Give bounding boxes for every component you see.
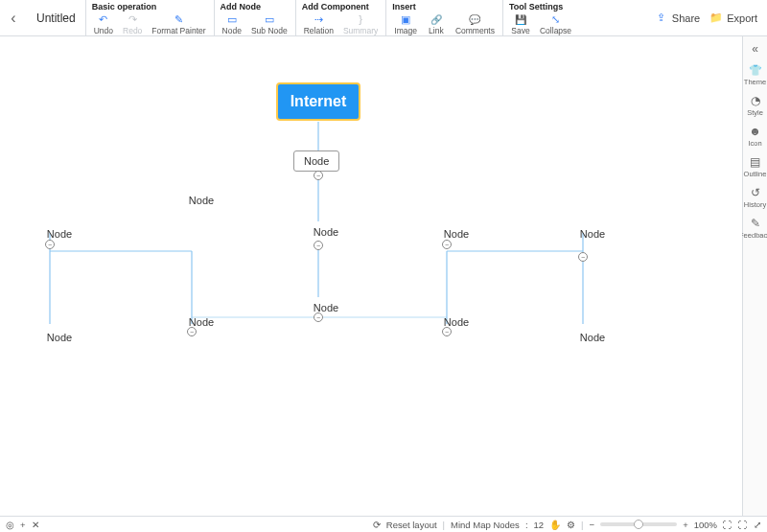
recenter-button[interactable] [6,520,14,530]
pan-mode-button[interactable] [549,520,561,530]
format-painter-button[interactable]: Format Painter [150,12,207,35]
child-node[interactable]: Node [305,297,347,318]
collapse-toggle[interactable]: − [314,241,323,250]
history-icon [751,186,760,199]
save-icon [515,12,526,26]
panel-outline[interactable]: Outline [744,155,767,178]
style-label: Style [747,108,763,117]
image-icon [401,12,410,26]
collapse-toggle[interactable]: − [314,312,323,322]
panel-feedback[interactable]: Feedback [739,217,767,240]
export-icon [709,12,723,25]
toolbar-groups: Basic operation Undo Redo Format Painter… [85,0,579,35]
panel-style[interactable]: Style [747,94,763,117]
zoom-in-button[interactable]: + [683,520,688,530]
fit-width-button[interactable] [738,520,748,530]
node-label: Node [304,155,329,167]
summary-icon [359,12,362,26]
node-label: Node [47,332,72,343]
collapse-label: Collapse [540,26,571,35]
back-button[interactable] [0,0,27,35]
nodes-count-label: Mind Map Nodes [451,520,520,530]
leaf-node[interactable]: Node [180,190,222,211]
link-icon [430,12,442,26]
group-title: Basic operation [92,2,208,12]
share-icon [655,12,668,25]
mindmap-canvas[interactable]: Internet Node − Node − Node − Node − Nod… [0,36,742,516]
panel-icon[interactable]: Icon [748,125,761,148]
group-add-node: Add Node Node Sub Node [214,0,295,35]
insert-image-button[interactable]: Image [392,12,419,35]
collapse-toggle[interactable]: − [187,327,197,336]
insert-comment-button[interactable]: Comments [453,12,497,35]
leaf-node[interactable]: Node [571,223,614,244]
outline-icon [750,155,760,169]
history-label: History [744,200,766,209]
node-label: Node [580,228,605,240]
feedback-icon [751,217,760,230]
insert-link-button[interactable]: Link [425,12,448,35]
node-label: Node [222,26,242,35]
add-node-button[interactable]: Node [221,12,244,35]
export-label: Export [727,12,757,24]
add-subnode-button[interactable]: Sub Node [249,12,290,35]
redo-label: Redo [123,26,142,35]
comment-icon [469,12,480,26]
summary-button[interactable]: Summary [341,12,380,35]
close-page-button[interactable] [32,520,39,530]
zoom-thumb[interactable] [634,520,643,529]
add-page-button[interactable] [20,520,26,530]
group-basic-operation: Basic operation Undo Redo Format Painter [85,0,214,35]
collapse-toggle[interactable]: − [314,171,323,180]
share-label: Share [672,12,700,24]
summary-label: Summary [343,26,378,35]
fit-page-button[interactable] [723,520,732,530]
smile-icon [749,125,761,138]
fullscreen-button[interactable] [754,520,761,530]
chevron-left-icon [11,10,15,27]
collapse-button[interactable]: Collapse [538,12,573,35]
reset-layout-button[interactable]: Reset layout [386,520,437,530]
format-painter-label: Format Painter [151,26,205,35]
collapse-icon [551,12,560,26]
document-title[interactable]: Untitled [27,0,85,35]
group-title: Add Component [302,2,381,12]
right-panel: « Theme Style Icon Outline History Feedb… [742,36,767,516]
collapse-toggle[interactable]: − [442,327,452,336]
leaf-node[interactable]: Node [571,327,614,348]
leaf-node[interactable]: Node [38,327,81,348]
link-label: Link [429,26,444,35]
node-icon [227,12,237,26]
share-button[interactable]: Share [655,12,700,25]
relation-button[interactable]: Relation [302,12,336,35]
collapse-toggle[interactable]: − [45,240,55,249]
feedback-label: Feedback [739,231,767,240]
node-label: Node [580,332,605,343]
zoom-slider[interactable] [600,522,677,526]
panel-collapse-toggle[interactable]: « [752,42,758,56]
top-toolbar: Untitled Basic operation Undo Redo Forma… [0,0,767,36]
save-button[interactable]: Save [509,12,532,35]
relation-icon [314,12,323,26]
collapse-toggle[interactable]: − [442,240,452,249]
undo-button[interactable]: Undo [92,12,115,35]
root-node[interactable]: Internet [276,82,360,121]
panel-theme[interactable]: Theme [744,63,766,86]
save-label: Save [511,26,529,35]
export-button[interactable]: Export [709,12,757,25]
redo-button[interactable]: Redo [121,12,144,35]
node-label: Node [47,228,72,240]
theme-label: Theme [744,78,766,86]
settings-button[interactable] [567,520,575,530]
icon-label: Icon [748,139,761,148]
node-label: Node [189,195,214,206]
group-add-component: Add Component Relation Summary [295,0,386,35]
zoom-percent[interactable]: 100% [694,520,717,530]
panel-history[interactable]: History [744,186,766,209]
zoom-out-button[interactable]: − [590,520,595,530]
child-node[interactable]: Node [293,150,339,172]
collapse-toggle[interactable]: − [578,252,588,262]
child-node[interactable]: Node [305,221,347,243]
undo-icon [99,12,107,26]
redo-icon [128,12,137,26]
